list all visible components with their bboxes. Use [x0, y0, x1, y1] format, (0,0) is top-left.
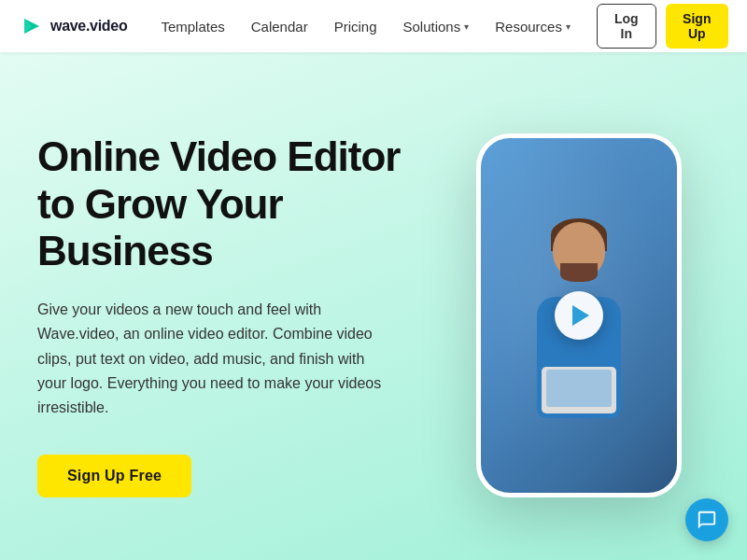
laptop-screen: [546, 370, 612, 407]
person-beard: [560, 263, 598, 282]
hero-title: Online Video Editor to Grow Your Busines…: [37, 133, 430, 275]
hero-content: Online Video Editor to Grow Your Busines…: [37, 133, 430, 497]
logo[interactable]: wave.video: [19, 13, 127, 39]
chat-widget-button[interactable]: [685, 498, 728, 541]
hero-description: Give your videos a new touch and feel wi…: [37, 298, 392, 421]
navbar: wave.video Templates Calendar Pricing So…: [0, 0, 747, 52]
nav-resources[interactable]: Resources ▾: [495, 19, 571, 35]
person-illustration: [504, 194, 654, 493]
hero-section: Online Video Editor to Grow Your Busines…: [0, 52, 747, 560]
chat-icon: [697, 510, 717, 530]
signup-hero-button[interactable]: Sign Up Free: [37, 455, 191, 497]
person-laptop: [542, 367, 616, 413]
logo-icon: [19, 13, 45, 39]
phone-mockup: [476, 133, 682, 497]
nav-links: Templates Calendar Pricing Solutions ▾ R…: [161, 19, 571, 35]
nav-resources-label: Resources: [495, 19, 562, 35]
phone-screen: [481, 138, 677, 493]
nav-pricing[interactable]: Pricing: [334, 19, 377, 35]
play-icon: [572, 305, 589, 326]
nav-solutions[interactable]: Solutions ▾: [402, 19, 469, 35]
login-button[interactable]: Log In: [597, 4, 656, 49]
nav-calendar[interactable]: Calendar: [251, 19, 308, 35]
solutions-chevron-icon: ▾: [464, 21, 469, 32]
signup-nav-button[interactable]: Sign Up: [666, 4, 728, 49]
nav-templates[interactable]: Templates: [161, 19, 224, 35]
resources-chevron-icon: ▾: [566, 21, 571, 32]
hero-visual: [448, 133, 710, 497]
nav-solutions-label: Solutions: [402, 19, 460, 35]
play-button[interactable]: [555, 291, 603, 340]
logo-text: wave.video: [50, 18, 127, 35]
nav-actions: Log In Sign Up: [597, 4, 728, 49]
